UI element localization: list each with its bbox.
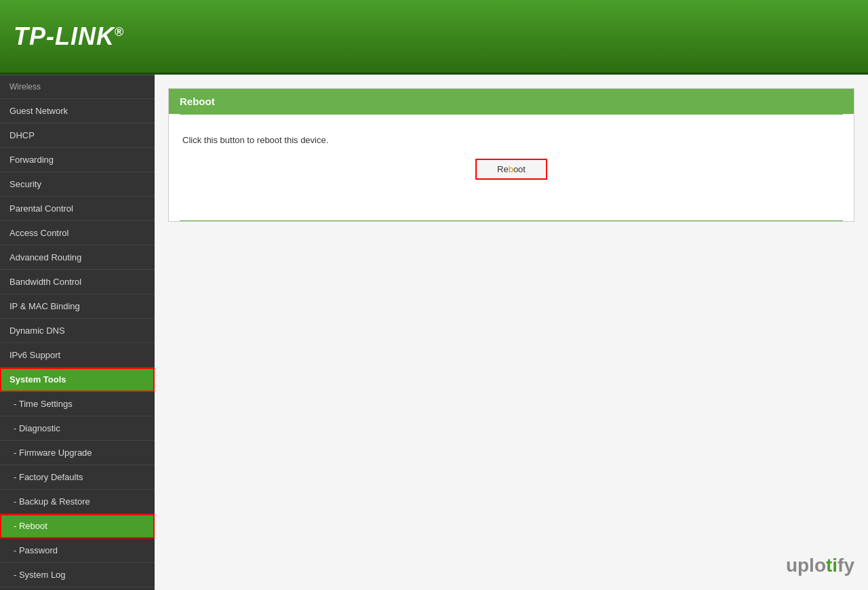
header: TP-LINK®: [0, 0, 868, 75]
sidebar-item-wireless[interactable]: Wireless: [0, 75, 155, 99]
reboot-highlight: b: [509, 164, 513, 174]
sidebar: Wireless Guest Network DHCP Forwarding S…: [0, 75, 155, 590]
sidebar-item-firmware-upgrade[interactable]: - Firmware Upgrade: [0, 441, 155, 465]
description-text: Click this button to reboot this device.: [182, 135, 840, 145]
sidebar-item-bandwidth-control[interactable]: Bandwidth Control: [0, 270, 155, 294]
sidebar-item-time-settings[interactable]: - Time Settings: [0, 392, 155, 416]
sidebar-item-statistics[interactable]: - Statistics: [0, 587, 155, 590]
sidebar-item-dhcp[interactable]: DHCP: [0, 123, 155, 148]
reboot-button[interactable]: Reboot: [475, 159, 547, 180]
watermark-part2: ti: [826, 555, 837, 576]
watermark: uplotify: [786, 555, 854, 576]
sidebar-item-advanced-routing[interactable]: Advanced Routing: [0, 245, 155, 270]
sidebar-item-guest-network[interactable]: Guest Network: [0, 99, 155, 123]
bottom-divider: [180, 220, 843, 221]
sidebar-item-access-control[interactable]: Access Control: [0, 221, 155, 245]
sidebar-item-dynamic-dns[interactable]: Dynamic DNS: [0, 319, 155, 343]
sidebar-item-parental-control[interactable]: Parental Control: [0, 197, 155, 221]
sidebar-item-ip-mac-binding[interactable]: IP & MAC Binding: [0, 294, 155, 319]
sidebar-item-system-tools[interactable]: System Tools: [0, 368, 155, 392]
reboot-button-wrapper: Reboot: [182, 159, 840, 180]
watermark-part3: fy: [837, 555, 854, 576]
sidebar-item-backup-restore[interactable]: - Backup & Restore: [0, 490, 155, 514]
sidebar-item-forwarding[interactable]: Forwarding: [0, 148, 155, 172]
main-layout: Wireless Guest Network DHCP Forwarding S…: [0, 75, 868, 590]
tp-link-logo: TP-LINK®: [14, 22, 124, 51]
registered-symbol: ®: [115, 25, 124, 39]
sidebar-item-ipv6-support[interactable]: IPv6 Support: [0, 343, 155, 368]
page-title: Reboot: [169, 89, 854, 114]
main-content: Reboot Click this button to reboot this …: [155, 75, 868, 590]
watermark-part1: uplo: [786, 555, 826, 576]
sidebar-item-reboot[interactable]: - Reboot: [0, 514, 155, 538]
sidebar-item-security[interactable]: Security: [0, 172, 155, 197]
content-area: Reboot Click this button to reboot this …: [168, 88, 854, 222]
sidebar-item-diagnostic[interactable]: - Diagnostic: [0, 416, 155, 441]
sidebar-item-system-log[interactable]: - System Log: [0, 563, 155, 587]
sidebar-item-factory-defaults[interactable]: - Factory Defaults: [0, 465, 155, 490]
sidebar-item-password[interactable]: - Password: [0, 538, 155, 563]
content-body: Click this button to reboot this device.…: [169, 115, 854, 220]
